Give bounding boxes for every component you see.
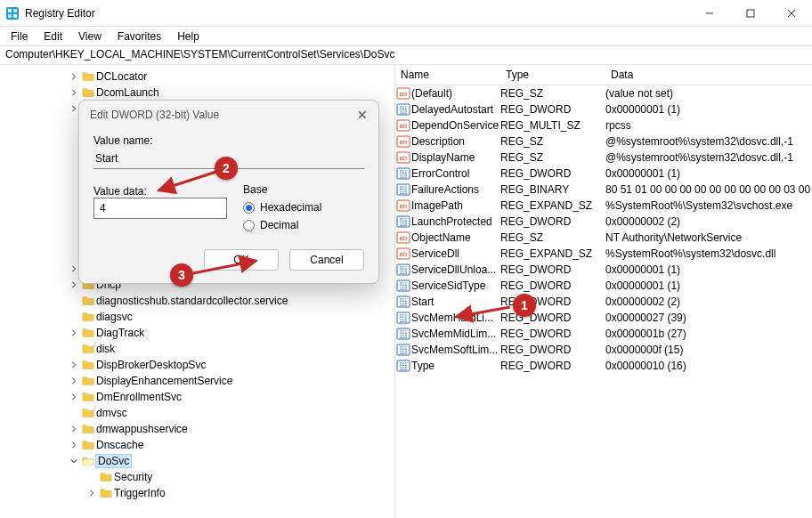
tree-item[interactable]: DCLocator (0, 69, 394, 85)
tree-item[interactable]: DispBrokerDesktopSvc (0, 357, 394, 373)
value-data-input[interactable] (93, 198, 227, 219)
tree-item[interactable]: Dnscache (0, 437, 394, 453)
value-row[interactable]: DependOnServiceREG_MULTI_SZrpcss (395, 117, 812, 134)
menu-file[interactable]: File (4, 28, 35, 45)
menu-view[interactable]: View (71, 28, 109, 45)
value-row[interactable]: ObjectNameREG_SZNT Authority\NetworkServ… (395, 230, 812, 246)
cancel-button[interactable]: Cancel (289, 249, 364, 271)
value-row[interactable]: ServiceDllREG_EXPAND_SZ%SystemRoot%\syst… (395, 246, 812, 262)
chevron-right-icon[interactable] (68, 425, 80, 433)
value-type: REG_SZ (500, 231, 605, 244)
tree-item-label: TriggerInfo (114, 487, 166, 499)
value-data-label: Value data: (93, 185, 227, 198)
dialog-title: Edit DWORD (32-bit) Value (90, 109, 357, 121)
value-row[interactable]: ServiceSidTypeREG_DWORD0x00000001 (1) (395, 278, 812, 294)
reg-binary-icon (395, 311, 411, 325)
tree-item[interactable]: diagnosticshub.standardcollector.service (0, 293, 394, 309)
column-name[interactable]: Name (395, 65, 500, 85)
menu-edit[interactable]: Edit (37, 28, 69, 45)
chevron-right-icon[interactable] (68, 89, 80, 96)
value-row[interactable]: DescriptionREG_SZ@%systemroot%\system32\… (395, 134, 812, 150)
value-data: 80 51 01 00 00 00 00 00 00 00 00 00 03 0… (605, 183, 812, 196)
folder-icon (80, 311, 96, 323)
menu-favorites[interactable]: Favorites (110, 28, 168, 45)
reg-binary-icon (395, 166, 411, 181)
chevron-right-icon[interactable] (68, 281, 80, 288)
annotation-badge-1: 1 (513, 294, 536, 317)
address-bar[interactable]: Computer\HKEY_LOCAL_MACHINE\SYSTEM\Curre… (0, 46, 812, 65)
value-row[interactable]: ErrorControlREG_DWORD0x00000001 (1) (395, 166, 812, 182)
value-name: FailureActions (411, 183, 500, 196)
chevron-down-icon[interactable] (68, 457, 80, 465)
titlebar: Registry Editor (0, 0, 812, 27)
chevron-right-icon[interactable] (68, 73, 80, 80)
radio-hexadecimal[interactable]: Hexadecimal (243, 201, 364, 214)
minimize-button[interactable] (689, 0, 730, 27)
value-type: REG_DWORD (500, 167, 605, 180)
value-row[interactable]: TypeREG_DWORD0x00000010 (16) (395, 358, 812, 374)
app-icon (5, 6, 20, 20)
value-row[interactable]: (Default)REG_SZ(value not set) (395, 85, 812, 101)
reg-binary-icon (395, 295, 411, 309)
value-name: ServiceSidType (411, 279, 500, 292)
folder-icon (80, 70, 96, 83)
radio-decimal[interactable]: Decimal (243, 219, 364, 231)
value-type: REG_DWORD (500, 344, 605, 356)
folder-icon (80, 375, 96, 387)
tree-item-label: dmvsc (96, 407, 127, 419)
tree-item[interactable]: TriggerInfo (0, 485, 394, 501)
value-name: SvcMemSoftLim... (411, 344, 500, 356)
value-data: NT Authority\NetworkService (605, 231, 812, 244)
ok-button[interactable]: OK (204, 249, 279, 271)
tree-item[interactable]: dmwappushservice (0, 421, 394, 437)
value-row[interactable]: ImagePathREG_EXPAND_SZ%SystemRoot%\Syste… (395, 198, 812, 214)
value-row[interactable]: LaunchProtectedREG_DWORD0x00000002 (2) (395, 214, 812, 230)
tree-item[interactable]: DcomLaunch (0, 85, 394, 101)
tree-item[interactable]: DmEnrollmentSvc (0, 389, 394, 405)
value-name: ServiceDllUnloa... (411, 263, 500, 276)
value-row[interactable]: StartREG_DWORD0x00000002 (2) (395, 294, 812, 310)
value-type: REG_DWORD (500, 279, 605, 292)
value-data: 0x00000010 (16) (605, 360, 812, 372)
tree-item-label: diagnosticshub.standardcollector.service (96, 295, 288, 307)
column-data[interactable]: Data (605, 65, 812, 85)
column-type[interactable]: Type (500, 65, 605, 85)
value-row[interactable]: SvcMemSoftLim...REG_DWORD0x0000000f (15) (395, 342, 812, 358)
menu-help[interactable]: Help (170, 28, 207, 45)
value-type: REG_BINARY (500, 183, 605, 196)
dialog-close-button[interactable]: ✕ (357, 108, 368, 122)
folder-icon (80, 359, 96, 371)
chevron-right-icon[interactable] (68, 441, 80, 449)
value-row[interactable]: SvcMemMidLim...REG_DWORD0x0000001b (27) (395, 326, 812, 342)
tree-item[interactable]: DiagTrack (0, 325, 394, 341)
maximize-button[interactable] (730, 0, 771, 27)
reg-binary-icon (395, 343, 411, 357)
tree-item[interactable]: disk (0, 341, 394, 357)
tree-item[interactable]: Security (0, 469, 394, 485)
chevron-right-icon[interactable] (85, 490, 98, 497)
value-row[interactable]: DelayedAutostartREG_DWORD0x00000001 (1) (395, 101, 812, 117)
value-row[interactable]: ServiceDllUnloa...REG_DWORD0x00000001 (1… (395, 262, 812, 278)
value-data: 0x00000002 (2) (605, 215, 812, 228)
tree-item[interactable]: DisplayEnhancementService (0, 373, 394, 389)
value-name-label: Value name: (93, 134, 364, 147)
value-row[interactable]: FailureActionsREG_BINARY80 51 01 00 00 0… (395, 182, 812, 198)
value-row[interactable]: DisplayNameREG_SZ@%systemroot%\system32\… (395, 150, 812, 166)
value-name: (Default) (411, 87, 500, 100)
folder-icon (80, 391, 96, 403)
tree-item-label: diagsvc (96, 311, 133, 323)
chevron-right-icon[interactable] (68, 377, 80, 384)
value-data: %SystemRoot%\system32\dosvc.dll (605, 247, 812, 260)
value-data: 0x00000027 (39) (605, 312, 812, 324)
window-title: Registry Editor (25, 7, 95, 20)
chevron-right-icon[interactable] (68, 393, 80, 401)
close-button[interactable] (771, 0, 812, 27)
chevron-right-icon[interactable] (68, 329, 80, 336)
tree-item[interactable]: DoSvc (0, 453, 394, 469)
reg-string-icon (395, 150, 411, 165)
value-type: REG_DWORD (500, 103, 605, 116)
value-row[interactable]: SvcMemHardLi...REG_DWORD0x00000027 (39) (395, 310, 812, 326)
tree-item[interactable]: diagsvc (0, 309, 394, 325)
chevron-right-icon[interactable] (68, 361, 80, 368)
tree-item[interactable]: dmvsc (0, 405, 394, 421)
